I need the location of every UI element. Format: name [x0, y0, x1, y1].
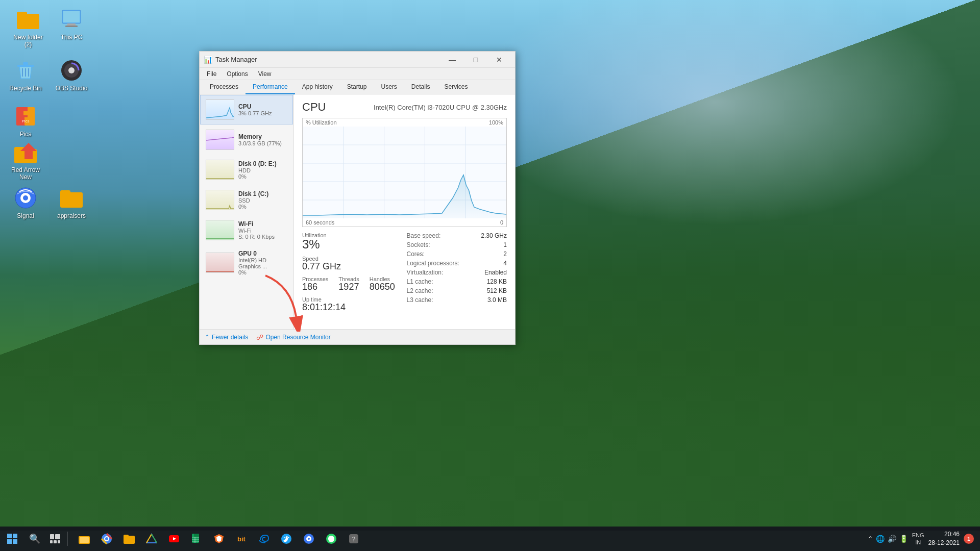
- sidebar: CPU 3% 0.77 GHz Memory 3.0/3.9 GB (77%): [200, 94, 294, 329]
- open-resource-monitor-button[interactable]: ☍ Open Resource Monitor: [256, 333, 330, 341]
- svg-rect-40: [7, 539, 12, 544]
- desktop-icon-new-folder[interactable]: New folder(2): [5, 5, 51, 51]
- handles-value: 80650: [370, 282, 395, 291]
- svg-rect-6: [17, 65, 34, 67]
- desktop-icon-obs[interactable]: OBS Studio: [48, 56, 94, 94]
- task-view-button[interactable]: [45, 529, 65, 549]
- menu-view[interactable]: View: [254, 69, 276, 79]
- tab-bar: Processes Performance App history Startu…: [200, 80, 515, 94]
- sockets-row: Sockets: 1: [407, 241, 507, 248]
- desktop-icon-recycle-bin[interactable]: Recycle Bin: [3, 56, 48, 94]
- taskbar-brave[interactable]: [209, 529, 229, 549]
- sidebar-item-disk1[interactable]: Disk 1 (C:) SSD 0%: [200, 185, 293, 215]
- threads-stat: Threads 1927: [338, 276, 359, 291]
- cpu-info: CPU 3% 0.77 GHz: [238, 103, 272, 116]
- start-button[interactable]: [0, 527, 24, 551]
- chart-time: 60 seconds 0: [303, 218, 506, 227]
- disk1-detail2: 0%: [238, 204, 268, 210]
- taskbar-signal[interactable]: [299, 529, 319, 549]
- taskbar-sheets[interactable]: [186, 529, 207, 549]
- chevron-up-tray[interactable]: ⌃: [868, 535, 873, 542]
- taskbar-file-explorer[interactable]: [74, 529, 94, 549]
- taskbar-edge[interactable]: [254, 529, 274, 549]
- disk1-info: Disk 1 (C:) SSD 0%: [238, 190, 268, 210]
- desktop-icon-this-pc[interactable]: This PC: [48, 5, 94, 43]
- volume-icon[interactable]: 🔊: [888, 535, 896, 543]
- search-button[interactable]: 🔍: [24, 529, 45, 549]
- l2-label: L2 cache:: [407, 287, 433, 294]
- close-button[interactable]: ✕: [487, 52, 511, 68]
- stat-group-right: Base speed: 2.30 GHz Sockets: 1 Cores: 2: [407, 232, 507, 312]
- speed-value: 0.77 GHz: [302, 262, 403, 271]
- tab-app-history[interactable]: App history: [295, 80, 340, 94]
- tab-details[interactable]: Details: [404, 80, 437, 94]
- logical-value: 4: [503, 260, 507, 267]
- desktop-icon-signal[interactable]: Signal: [3, 184, 48, 221]
- clock[interactable]: 20:46 28-12-2021: [928, 530, 960, 547]
- taskbar-google-drive[interactable]: [141, 529, 162, 549]
- sidebar-item-disk0[interactable]: Disk 0 (D: E:) HDD 0%: [200, 155, 293, 185]
- notification-count[interactable]: 1: [964, 534, 974, 544]
- gpu0-name: GPU 0: [238, 250, 287, 257]
- desktop-icon-label: appraisers: [57, 212, 86, 219]
- svg-text:?: ?: [352, 536, 356, 543]
- maximize-button[interactable]: □: [464, 52, 487, 68]
- tab-processes[interactable]: Processes: [203, 80, 246, 94]
- titlebar[interactable]: 📊 Task Manager ― □ ✕: [200, 52, 515, 68]
- menu-options[interactable]: Options: [223, 69, 252, 79]
- sidebar-item-gpu0[interactable]: GPU 0 Intel(R) HD Graphics ... 0%: [200, 245, 293, 280]
- sidebar-item-wifi[interactable]: Wi-Fi Wi-Fi S: 0 R: 0 Kbps: [200, 215, 293, 245]
- svg-rect-5: [65, 26, 78, 27]
- tab-services[interactable]: Services: [437, 80, 475, 94]
- taskbar-folder[interactable]: [119, 529, 139, 549]
- clock-time: 20:46: [928, 530, 960, 539]
- disk1-detail1: SSD: [238, 197, 268, 204]
- desktop-icon-label: New folder(2): [13, 34, 42, 48]
- bottom-bar: ⌃ Fewer details ☍ Open Resource Monitor: [200, 329, 515, 344]
- desktop-icon-red-arrow-new[interactable]: Red ArrowNew: [3, 138, 48, 183]
- taskbar-twitter[interactable]: [276, 529, 297, 549]
- menubar: File Options View: [200, 68, 515, 80]
- tab-users[interactable]: Users: [374, 80, 404, 94]
- tab-performance[interactable]: Performance: [246, 80, 295, 94]
- network-icon[interactable]: 🌐: [876, 535, 885, 543]
- svg-rect-41: [13, 539, 17, 544]
- menu-file[interactable]: File: [203, 69, 220, 79]
- l3-row: L3 cache: 3.0 MB: [407, 296, 507, 304]
- fewer-details-button[interactable]: ⌃ Fewer details: [205, 334, 248, 341]
- sockets-value: 1: [503, 241, 507, 248]
- gpu0-mini-chart: [206, 253, 234, 273]
- taskbar-whatsapp[interactable]: [321, 529, 341, 549]
- red-arrow-icon: [13, 140, 38, 164]
- desktop-icon-winrar[interactable]: Pics Pics: [3, 102, 48, 140]
- uptime-stat: Up time 8:01:12:14: [302, 296, 403, 312]
- stat-group-left: Utilization 3% Speed 0.77 GHz Processes …: [302, 232, 403, 312]
- taskbar-bit[interactable]: bit: [231, 529, 252, 549]
- wifi-detail1: Wi-Fi: [238, 228, 275, 234]
- svg-rect-45: [54, 540, 57, 543]
- tab-startup[interactable]: Startup: [340, 80, 374, 94]
- battery-icon[interactable]: 🔋: [899, 535, 908, 543]
- processes-value: 186: [302, 282, 328, 291]
- taskbar-youtube[interactable]: [164, 529, 184, 549]
- sidebar-item-memory[interactable]: Memory 3.0/3.9 GB (77%): [200, 125, 293, 155]
- cpu-mini-chart: [206, 99, 234, 120]
- disk1-name: Disk 1 (C:): [238, 190, 268, 197]
- desktop-icon-appraisers[interactable]: appraisers: [48, 184, 94, 221]
- lang-indicator[interactable]: ENGIN: [912, 532, 924, 546]
- window-controls: ― □ ✕: [440, 52, 511, 68]
- minimize-button[interactable]: ―: [440, 52, 464, 68]
- taskbar-app-icons: bit: [70, 529, 368, 549]
- chart-y-label: % Utilization: [306, 119, 337, 126]
- l2-row: L2 cache: 512 KB: [407, 287, 507, 294]
- taskbar-unknown[interactable]: ?: [344, 529, 364, 549]
- sidebar-item-cpu[interactable]: CPU 3% 0.77 GHz: [200, 95, 293, 124]
- main-content: CPU 3% 0.77 GHz Memory 3.0/3.9 GB (77%): [200, 94, 515, 329]
- cpu-model: Intel(R) Core(TM) i3-7020U CPU @ 2.30GHz: [374, 104, 507, 111]
- winrar-icon: Pics: [13, 104, 38, 129]
- threads-value: 1927: [338, 282, 359, 291]
- wifi-detail2: S: 0 R: 0 Kbps: [238, 234, 275, 240]
- utilization-stat: Utilization 3%: [302, 232, 403, 251]
- cpu-performance-panel: CPU Intel(R) Core(TM) i3-7020U CPU @ 2.3…: [294, 94, 515, 329]
- taskbar-chrome[interactable]: [96, 529, 117, 549]
